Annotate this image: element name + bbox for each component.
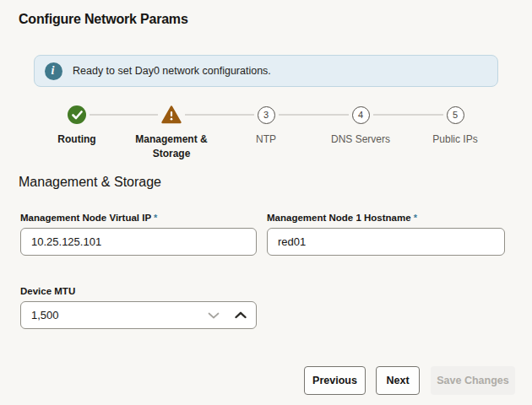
configure-network-params-page: Configure Network Params i Ready to set … [0, 0, 532, 405]
management-node-virtual-ip-input[interactable] [20, 228, 257, 256]
info-banner: i Ready to set Day0 network configuratio… [34, 55, 498, 87]
field-label: Management Node Virtual IP* [20, 213, 257, 223]
step-number-circle: 4 [349, 105, 373, 125]
warning-triangle-icon [158, 105, 185, 125]
step-number-circle: 5 [443, 105, 468, 125]
step-label: Routing [57, 132, 95, 147]
step-dns-servers[interactable]: 4 DNS Servers [313, 105, 408, 161]
step-label: DNS Servers [331, 132, 390, 147]
chevron-down-icon [208, 312, 220, 319]
page-title: Configure Network Params [19, 12, 188, 27]
required-asterisk: * [414, 213, 417, 223]
step-public-ips[interactable]: 5 Public IPs [408, 105, 502, 161]
step-routing[interactable]: Routing [30, 105, 124, 161]
management-node-virtual-ip-field: Management Node Virtual IP* [20, 213, 257, 256]
save-changes-button: Save Changes [431, 366, 515, 395]
field-label: Device MTU [20, 286, 257, 296]
mtu-decrement-button[interactable] [201, 301, 226, 329]
step-management-storage[interactable]: Management & Storage [124, 105, 219, 161]
section-heading: Management & Storage [19, 175, 161, 190]
required-asterisk: * [154, 213, 157, 223]
step-label: Public IPs [432, 132, 477, 147]
next-button[interactable]: Next [376, 366, 420, 395]
previous-button[interactable]: Previous [304, 366, 366, 395]
step-label: NTP [256, 132, 276, 147]
step-label: Management & Storage [127, 132, 216, 161]
step-ntp[interactable]: 3 NTP [219, 105, 313, 161]
step-number-circle: 3 [254, 105, 279, 125]
chevron-up-icon [235, 311, 247, 319]
info-icon: i [45, 62, 62, 80]
wizard-stepper: Routing Management & Storage 3 NTP [30, 105, 502, 159]
management-node-1-hostname-input[interactable] [267, 228, 505, 256]
info-banner-text: Ready to set Day0 network configurations… [73, 65, 271, 77]
management-node-1-hostname-field: Management Node 1 Hostname* [267, 213, 505, 256]
mtu-increment-button[interactable] [228, 301, 253, 329]
field-label: Management Node 1 Hostname* [267, 213, 505, 223]
check-circle-icon [64, 105, 90, 125]
device-mtu-field: Device MTU [20, 286, 257, 329]
